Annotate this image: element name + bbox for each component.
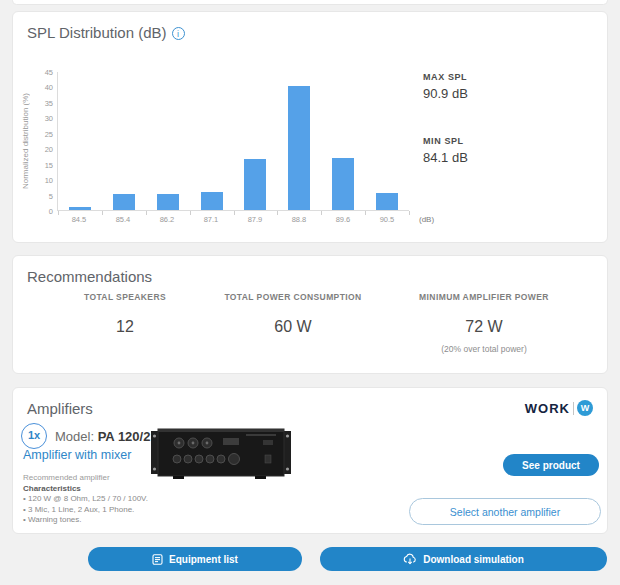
amplifiers-card: Amplifiers WORK W 1x Model: PA 120/2 Amp… bbox=[12, 387, 608, 534]
y-axis-tick-label: 15 bbox=[45, 160, 53, 169]
x-axis-tick-label: 90.5 bbox=[365, 215, 409, 224]
bar-89.6 bbox=[332, 158, 354, 210]
work-logo-text: WORK bbox=[525, 401, 570, 416]
work-logo-icon: W bbox=[577, 400, 593, 416]
equipment-list-label: Equipment list bbox=[169, 554, 238, 565]
select-another-amplifier-button[interactable]: Select another amplifier bbox=[409, 498, 601, 525]
bar-90.5 bbox=[376, 193, 398, 210]
recommended-amplifier-label: Recommended amplifier bbox=[23, 473, 148, 484]
spl-title-text: SPL Distribution (dB) bbox=[27, 24, 167, 41]
bar-87.1 bbox=[201, 192, 223, 210]
y-axis-tick-label: 45 bbox=[45, 68, 53, 77]
x-axis-tick-label: 87.1 bbox=[189, 215, 233, 224]
max-spl-label: MAX SPL bbox=[423, 72, 468, 82]
bar-slot bbox=[102, 72, 146, 210]
simulation-results-page: SPL Distribution (dB)i Normalized distri… bbox=[0, 0, 620, 585]
x-axis-tick-label: 84.5 bbox=[57, 215, 101, 224]
min-spl-value: 84.1 dB bbox=[423, 150, 468, 165]
characteristics-label: Characteristics bbox=[23, 484, 148, 495]
model-value: PA 120/2 bbox=[98, 429, 151, 444]
recommendations-card: Recommendations TOTAL SPEAKERS 12 TOTAL … bbox=[12, 255, 608, 374]
max-spl-value: 90.9 dB bbox=[423, 86, 468, 101]
equipment-list-icon bbox=[152, 554, 163, 565]
see-product-button[interactable]: See product bbox=[503, 454, 599, 476]
y-axis-tick-label: 20 bbox=[45, 145, 53, 154]
y-axis-tick-label: 35 bbox=[45, 98, 53, 107]
y-axis-tick-label: 5 bbox=[49, 191, 53, 200]
y-axis-tick-label: 0 bbox=[49, 207, 53, 216]
y-axis-tick-label: 25 bbox=[45, 129, 53, 138]
spl-card-title: SPL Distribution (dB)i bbox=[27, 24, 185, 41]
x-axis-tick-label: 88.8 bbox=[277, 215, 321, 224]
model-label: Model: bbox=[55, 429, 94, 444]
amplifier-type-link[interactable]: Amplifier with mixer bbox=[23, 448, 131, 462]
work-logo: WORK W bbox=[525, 400, 593, 416]
bar-87.9 bbox=[244, 159, 266, 210]
x-axis-labels: 84.585.486.287.187.988.889.690.5 bbox=[57, 215, 409, 224]
equipment-list-button[interactable]: Equipment list bbox=[88, 547, 302, 571]
min-amp-power-label: MINIMUM AMPLIFIER POWER bbox=[384, 292, 584, 302]
max-spl-stat: MAX SPL 90.9 dB bbox=[423, 72, 468, 101]
min-amp-power-note: (20% over total power) bbox=[384, 344, 584, 354]
characteristic-bullet: • 120 W @ 8 Ohm, L25 / 70 / 100V. bbox=[23, 494, 148, 505]
total-power-label: TOTAL POWER CONSUMPTION bbox=[193, 292, 393, 302]
model-line: Model: PA 120/2 bbox=[55, 429, 150, 444]
x-axis-tick-label: 86.2 bbox=[145, 215, 189, 224]
amplifier-rack-drawing bbox=[151, 428, 291, 480]
recommendations-title: Recommendations bbox=[27, 268, 152, 285]
info-icon[interactable]: i bbox=[172, 27, 185, 40]
bar-slot bbox=[365, 72, 409, 210]
bar-slot bbox=[321, 72, 365, 210]
total-power-stat: TOTAL POWER CONSUMPTION 60 W bbox=[193, 292, 393, 336]
bar-slot bbox=[234, 72, 278, 210]
characteristic-bullet: • Warning tones. bbox=[23, 515, 148, 526]
bar-slot bbox=[190, 72, 234, 210]
min-amp-power-stat: MINIMUM AMPLIFIER POWER 72 W (20% over t… bbox=[384, 292, 584, 354]
x-axis-tick-label: 87.9 bbox=[233, 215, 277, 224]
download-simulation-label: Download simulation bbox=[423, 554, 524, 565]
y-axis-tick-label: 40 bbox=[45, 83, 53, 92]
bar-85.4 bbox=[113, 194, 135, 210]
total-power-value: 60 W bbox=[193, 318, 393, 336]
spl-bar-chart bbox=[57, 72, 409, 211]
bar-slot bbox=[58, 72, 102, 210]
y-axis-tick-label: 30 bbox=[45, 114, 53, 123]
bar-84.5 bbox=[69, 207, 91, 210]
spl-distribution-card: SPL Distribution (dB)i Normalized distri… bbox=[12, 11, 608, 243]
amplifiers-title: Amplifiers bbox=[27, 400, 93, 417]
min-amp-power-value: 72 W bbox=[384, 318, 584, 336]
amplifier-product-image bbox=[151, 428, 291, 484]
y-axis-ticks: 051015202530354045 bbox=[13, 72, 53, 211]
characteristic-bullet: • 3 Mic, 1 Line, 2 Aux, 1 Phone. bbox=[23, 505, 148, 516]
bar-slot bbox=[277, 72, 321, 210]
x-axis-tick-mark bbox=[409, 211, 410, 215]
min-spl-stat: MIN SPL 84.1 dB bbox=[423, 136, 468, 165]
chart-bars bbox=[58, 72, 409, 210]
x-axis-tick-label: 85.4 bbox=[101, 215, 145, 224]
work-logo-divider bbox=[573, 402, 574, 415]
y-axis-tick-label: 10 bbox=[45, 176, 53, 185]
bar-88.8 bbox=[288, 86, 310, 210]
download-simulation-button[interactable]: Download simulation bbox=[320, 547, 607, 571]
quantity-badge: 1x bbox=[21, 423, 47, 449]
amplifier-description: Recommended amplifier Characteristics • … bbox=[23, 473, 148, 526]
bar-86.2 bbox=[157, 194, 179, 210]
bar-slot bbox=[146, 72, 190, 210]
min-spl-label: MIN SPL bbox=[423, 136, 468, 146]
previous-card-edge bbox=[12, 0, 608, 5]
cloud-download-icon bbox=[403, 553, 417, 565]
x-axis-tick-label: 89.6 bbox=[321, 215, 365, 224]
x-axis-unit: (dB) bbox=[419, 215, 434, 224]
